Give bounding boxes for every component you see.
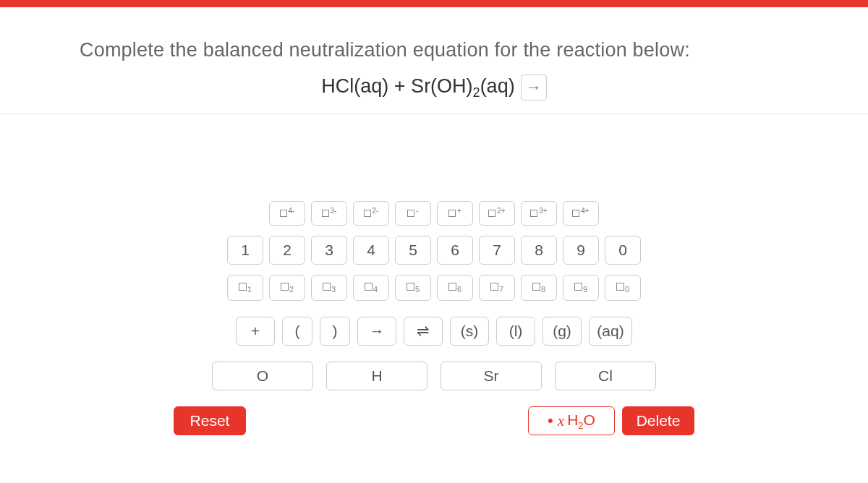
delete-button[interactable]: Delete — [622, 406, 694, 435]
element-row: O H Sr Cl — [212, 362, 656, 390]
num-9[interactable]: 9 — [563, 236, 599, 265]
charge-2minus[interactable]: 2- — [353, 201, 389, 226]
number-row: 1 2 3 4 5 6 7 8 9 0 — [227, 236, 641, 265]
state-aqueous[interactable]: (aq) — [589, 317, 632, 346]
sub-1[interactable]: 1 — [227, 275, 263, 301]
sym-right-arrow[interactable]: → — [357, 317, 396, 346]
num-3[interactable]: 3 — [311, 236, 347, 265]
sub-8[interactable]: 8 — [521, 275, 557, 301]
reset-button[interactable]: Reset — [174, 406, 246, 435]
sub-7[interactable]: 7 — [479, 275, 515, 301]
control-row: Reset • x H2O Delete — [174, 406, 694, 435]
charge-plus[interactable]: + — [437, 201, 473, 226]
num-0[interactable]: 0 — [605, 236, 641, 265]
answer-slot[interactable]: → — [521, 74, 547, 101]
num-8[interactable]: 8 — [521, 236, 557, 265]
sub-4[interactable]: 4 — [353, 275, 389, 301]
equation-lhs: HCl(aq) + Sr(OH)2(aq) — [321, 75, 514, 101]
charge-minus[interactable]: - — [395, 201, 431, 226]
num-7[interactable]: 7 — [479, 236, 515, 265]
state-solid[interactable]: (s) — [450, 317, 489, 346]
sub-5[interactable]: 5 — [395, 275, 431, 301]
state-liquid[interactable]: (l) — [496, 317, 535, 346]
sym-equilibrium[interactable]: ⇌ — [404, 317, 443, 346]
num-5[interactable]: 5 — [395, 236, 431, 265]
subscript-row: 1 2 3 4 5 6 7 8 9 0 — [227, 275, 641, 301]
h2o-x: x — [558, 412, 564, 430]
charge-3minus[interactable]: 3- — [311, 201, 347, 226]
sub-3[interactable]: 3 — [311, 275, 347, 301]
sym-plus[interactable]: + — [236, 317, 275, 346]
equation: HCl(aq) + Sr(OH)2(aq) → — [80, 74, 788, 101]
h2o-label: H2O — [567, 411, 595, 431]
prompt-text: Complete the balanced neutralization equ… — [80, 39, 788, 61]
prompt-section: Complete the balanced neutralization equ… — [0, 7, 868, 101]
sym-lparen[interactable]: ( — [282, 317, 312, 346]
charge-2plus[interactable]: 2+ — [479, 201, 515, 226]
charge-4minus[interactable]: 4- — [269, 201, 305, 226]
num-2[interactable]: 2 — [269, 236, 305, 265]
num-4[interactable]: 4 — [353, 236, 389, 265]
sub-2[interactable]: 2 — [269, 275, 305, 301]
symbol-row: + ( ) → ⇌ (s) (l) (g) (aq) — [236, 317, 632, 346]
element-sr[interactable]: Sr — [441, 362, 542, 390]
sub-9[interactable]: 9 — [563, 275, 599, 301]
charge-4plus[interactable]: 4+ — [563, 201, 599, 226]
h2o-hydrate-button[interactable]: • x H2O — [528, 406, 615, 435]
charge-3plus[interactable]: 3+ — [521, 201, 557, 226]
element-h[interactable]: H — [326, 362, 427, 390]
element-cl[interactable]: Cl — [555, 362, 656, 390]
sym-rparen[interactable]: ) — [320, 317, 350, 346]
state-gas[interactable]: (g) — [542, 317, 582, 346]
charge-row: 4- 3- 2- - + 2+ 3+ 4+ — [269, 201, 599, 226]
element-o[interactable]: O — [212, 362, 313, 390]
sub-0[interactable]: 0 — [605, 275, 641, 301]
num-1[interactable]: 1 — [227, 236, 263, 265]
num-6[interactable]: 6 — [437, 236, 473, 265]
keypad: 4- 3- 2- - + 2+ 3+ 4+ 1 2 3 4 5 6 7 8 9 … — [0, 114, 868, 435]
sub-6[interactable]: 6 — [437, 275, 473, 301]
top-accent-bar — [0, 0, 868, 7]
